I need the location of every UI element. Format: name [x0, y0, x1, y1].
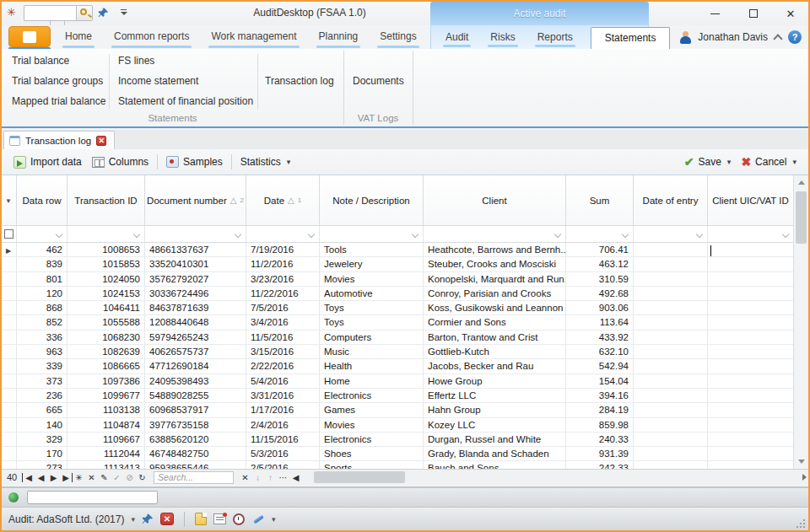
- table-row[interactable]: 462 1008653 48661337637 7/19/2016 Tools …: [2, 243, 793, 257]
- cell-data-row[interactable]: 373: [17, 374, 68, 388]
- cell-transaction-id[interactable]: 1008653: [68, 243, 145, 256]
- filter-cell[interactable]: [68, 226, 145, 242]
- cell-transaction-id[interactable]: 1086665: [68, 359, 145, 373]
- grid-search-input[interactable]: [154, 471, 234, 484]
- column-header-document-number[interactable]: Document number△2: [145, 175, 246, 225]
- cell-client-uic[interactable]: [708, 243, 793, 256]
- ribbon-tab[interactable]: Work management: [200, 25, 307, 49]
- cell-transaction-id[interactable]: 1068230: [68, 330, 145, 344]
- cell-sum[interactable]: 310.59: [566, 272, 634, 286]
- column-header-sum[interactable]: Sum: [566, 175, 634, 225]
- cell-data-row[interactable]: 963: [17, 345, 68, 358]
- cancel-edit-button[interactable]: ⊘: [123, 473, 136, 482]
- cell-sum[interactable]: 632.10: [566, 345, 634, 358]
- table-row[interactable]: 852 1055588 12088440648 3/4/2016 Toys Co…: [2, 315, 793, 330]
- close-button[interactable]: ✕: [778, 5, 803, 22]
- cell-client[interactable]: Grady, Blanda and Schaden: [424, 447, 566, 460]
- row-gutter[interactable]: [2, 257, 17, 271]
- cell-sum[interactable]: 394.16: [566, 389, 634, 402]
- more-options-button[interactable]: ⋯: [277, 473, 289, 482]
- cell-data-row[interactable]: 236: [17, 389, 68, 402]
- clear-search-button[interactable]: ✕: [239, 473, 251, 482]
- cell-client[interactable]: Gottlieb-Kutch: [424, 345, 566, 358]
- table-row[interactable]: 273 1113413 95938655446 2/5/2016 Sports …: [2, 461, 793, 469]
- cell-data-row[interactable]: 140: [17, 418, 68, 432]
- cell-data-row[interactable]: 170: [17, 447, 68, 460]
- ribbon-tab[interactable]: Planning: [308, 25, 370, 49]
- filter-cell[interactable]: [424, 226, 566, 242]
- cell-document-number[interactable]: 60968537917: [145, 403, 246, 416]
- column-header-client-uic[interactable]: Client UIC/VAT ID: [708, 175, 794, 225]
- cell-data-row[interactable]: 462: [17, 243, 68, 256]
- horizontal-scroll-thumb[interactable]: [314, 471, 405, 483]
- chevron-down-icon[interactable]: ▾: [272, 515, 276, 524]
- notes-icon[interactable]: [195, 513, 207, 525]
- last-record-button[interactable]: ▶: [60, 473, 73, 482]
- cell-transaction-id[interactable]: 1055588: [68, 315, 145, 329]
- cell-note[interactable]: Electronics: [320, 433, 424, 446]
- cell-date-of-entry[interactable]: [634, 374, 708, 388]
- cell-sum[interactable]: 542.94: [566, 359, 634, 373]
- tab-close-icon[interactable]: ✕: [96, 136, 106, 146]
- cell-client[interactable]: Hahn Group: [424, 403, 566, 416]
- cell-date[interactable]: 11/15/2016: [246, 433, 320, 446]
- cell-sum[interactable]: 113.64: [566, 315, 634, 329]
- filter-dropdown-icon[interactable]: [697, 232, 703, 238]
- cell-date[interactable]: 2/4/2016: [246, 418, 320, 432]
- edit-record-button[interactable]: ✎: [98, 473, 111, 482]
- application-menu-button[interactable]: [8, 26, 51, 47]
- cell-document-number[interactable]: 12088440648: [145, 315, 246, 329]
- horizontal-scrollbar[interactable]: [305, 470, 808, 486]
- filter-cell[interactable]: [17, 226, 68, 242]
- cell-data-row[interactable]: 329: [17, 433, 68, 446]
- cell-note[interactable]: Toys: [320, 301, 424, 314]
- cell-date[interactable]: 2/5/2016: [246, 461, 320, 469]
- row-gutter[interactable]: [2, 301, 17, 314]
- minimize-button[interactable]: [702, 5, 727, 22]
- row-gutter[interactable]: [2, 359, 17, 373]
- globe-icon[interactable]: [8, 492, 19, 502]
- cell-date[interactable]: 3/31/2016: [246, 389, 320, 402]
- cell-date[interactable]: 3/15/2016: [246, 345, 320, 358]
- cell-sum[interactable]: 931.39: [566, 447, 634, 460]
- table-row[interactable]: 236 1099677 54889028255 3/31/2016 Electr…: [2, 389, 793, 403]
- cell-date[interactable]: 11/22/2016: [246, 287, 320, 300]
- cell-transaction-id[interactable]: 1024050: [68, 272, 145, 286]
- filter-dropdown-icon[interactable]: [555, 232, 561, 238]
- cell-note[interactable]: Computers: [320, 330, 424, 344]
- cell-date-of-entry[interactable]: [634, 403, 708, 416]
- table-row[interactable]: 120 1024153 30336724496 11/22/2016 Autom…: [2, 287, 793, 301]
- filter-dropdown-icon[interactable]: [623, 232, 629, 238]
- document-tab-transaction-log[interactable]: Transaction log ✕: [3, 131, 115, 149]
- quick-search-input[interactable]: [24, 5, 76, 21]
- cell-date[interactable]: 11/5/2016: [246, 330, 320, 344]
- cell-date-of-entry[interactable]: [634, 345, 708, 358]
- cell-date-of-entry[interactable]: [634, 389, 708, 402]
- table-row[interactable]: 336 1068230 59794265243 11/5/2016 Comput…: [2, 330, 793, 345]
- cell-data-row[interactable]: 120: [17, 287, 68, 300]
- filter-dropdown-icon[interactable]: [413, 232, 418, 238]
- cell-client[interactable]: Cormier and Sons: [424, 315, 566, 329]
- filter-dropdown-icon[interactable]: [309, 232, 315, 238]
- cell-date-of-entry[interactable]: [634, 315, 708, 329]
- resize-grip[interactable]: [795, 518, 805, 528]
- cell-client-uic[interactable]: [708, 315, 793, 329]
- table-row[interactable]: 373 1097386 24095398493 5/4/2016 Home Ho…: [2, 374, 793, 389]
- cell-document-number[interactable]: 84637871639: [145, 301, 246, 314]
- cell-date[interactable]: 3/23/2016: [246, 272, 320, 286]
- ribbon-tab[interactable]: Common reports: [103, 25, 200, 49]
- table-row[interactable]: 868 1046411 84637871639 7/5/2016 Toys Ko…: [2, 301, 793, 315]
- cell-date-of-entry[interactable]: [634, 433, 708, 446]
- cell-note[interactable]: Sports: [320, 461, 424, 469]
- cell-date-of-entry[interactable]: [634, 243, 708, 256]
- cell-client[interactable]: Durgan, Russel and White: [424, 433, 566, 446]
- ribbon-item[interactable]: FS lines: [115, 51, 256, 71]
- column-header-note[interactable]: Note / Description: [320, 175, 424, 225]
- pen-icon[interactable]: [251, 513, 265, 526]
- columns-button[interactable]: Columns: [87, 152, 154, 172]
- ribbon-item[interactable]: Trial balance: [8, 51, 109, 71]
- cell-client-uic[interactable]: [708, 287, 793, 300]
- cell-document-number[interactable]: 33520410301: [145, 257, 246, 271]
- import-data-button[interactable]: Import data: [8, 152, 87, 172]
- cell-client[interactable]: Heathcote, Barrows and Bernh...: [424, 243, 566, 256]
